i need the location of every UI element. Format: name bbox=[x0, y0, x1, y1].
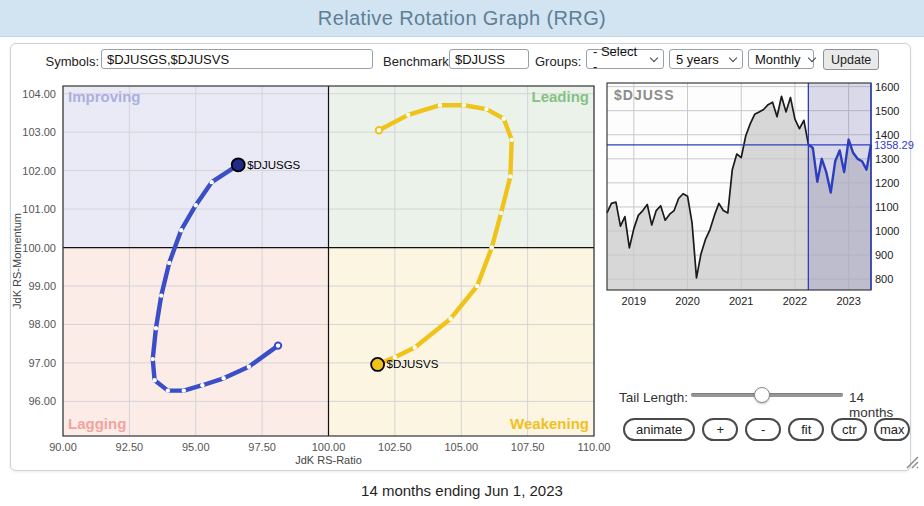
y-tick-label: 97.00 bbox=[28, 357, 56, 369]
x-axis-title: JdK RS-Ratio bbox=[295, 454, 362, 466]
update-button[interactable]: Update bbox=[823, 49, 879, 70]
app-header: Relative Rotation Graph (RRG) bbox=[0, 0, 924, 37]
x-tick-label: 107.50 bbox=[511, 441, 545, 453]
x-tick-label: 95.00 bbox=[182, 441, 210, 453]
price-y-tick-label: 1300 bbox=[875, 153, 899, 165]
x-tick-label: 110.00 bbox=[578, 441, 611, 453]
benchmark-chart-title: $DJUSS bbox=[614, 87, 674, 103]
tail-point bbox=[490, 245, 494, 249]
symbols-input[interactable] bbox=[101, 49, 373, 69]
tail-point bbox=[508, 174, 512, 178]
ctr-button[interactable]: ctr bbox=[831, 418, 867, 441]
price-year-label: 2022 bbox=[783, 295, 807, 307]
quadrant-label-improving: Improving bbox=[68, 88, 141, 105]
head-marker-djusgs[interactable] bbox=[232, 158, 245, 171]
x-tick-label: 90.00 bbox=[49, 441, 77, 453]
tail-point bbox=[221, 376, 225, 380]
animate-button[interactable]: animate bbox=[623, 418, 695, 441]
frequency-select[interactable]: Monthly bbox=[748, 49, 814, 69]
price-y-tick-label: 1500 bbox=[875, 105, 899, 117]
y-axis-title: JdK RS-Momentum bbox=[11, 213, 23, 309]
range-select[interactable]: 5 years bbox=[669, 49, 743, 69]
footer-caption: 14 months ending Jun 1, 2023 bbox=[0, 482, 924, 499]
tail-symbol-label: $DJUSVS bbox=[387, 358, 439, 370]
zoom-in-button[interactable]: + bbox=[702, 418, 738, 441]
quadrant-label-lagging: Lagging bbox=[68, 415, 126, 432]
price-y-tick-label: 1600 bbox=[875, 81, 899, 93]
tail-point bbox=[413, 345, 417, 349]
head-marker-djusvs[interactable] bbox=[371, 358, 384, 371]
benchmark-chart: 8009001000110012001300140015001600201920… bbox=[601, 79, 913, 309]
quadrant-label-weakening: Weakening bbox=[510, 415, 589, 432]
tail-point bbox=[406, 113, 410, 117]
x-tick-label: 92.50 bbox=[116, 441, 144, 453]
tail-point bbox=[475, 284, 479, 288]
tail-point bbox=[499, 211, 503, 215]
y-tick-label: 101.00 bbox=[22, 203, 56, 215]
groups-select-value: - Select - bbox=[593, 44, 643, 74]
x-tick-label: 102.50 bbox=[378, 441, 412, 453]
rrg-chart[interactable]: 90.0092.5095.0097.50100.00102.50105.0010… bbox=[11, 79, 615, 469]
benchmark-chart-area: 8009001000110012001300140015001600201920… bbox=[601, 79, 913, 309]
tail-point bbox=[200, 383, 204, 387]
chevron-down-icon bbox=[807, 53, 815, 61]
quadrant-label-leading: Leading bbox=[531, 88, 589, 105]
tail-point bbox=[194, 203, 198, 207]
x-tick-label: 105.00 bbox=[444, 441, 478, 453]
price-year-label: 2019 bbox=[622, 295, 646, 307]
price-year-label: 2020 bbox=[675, 295, 699, 307]
y-tick-label: 103.00 bbox=[22, 126, 56, 138]
chart-controls: animate + - fit ctr max bbox=[623, 418, 910, 441]
y-tick-label: 100.00 bbox=[22, 242, 56, 254]
rrg-panel: Symbols: Benchmark: Groups: - Select - 5… bbox=[10, 43, 911, 471]
price-y-tick-label: 800 bbox=[875, 273, 893, 285]
slider-handle[interactable] bbox=[754, 387, 770, 403]
tail-point bbox=[151, 357, 155, 361]
tail-length-slider[interactable] bbox=[691, 384, 843, 404]
price-y-tick-label: 1200 bbox=[875, 177, 899, 189]
tail-period-highlight bbox=[808, 83, 871, 290]
tail-point bbox=[154, 326, 158, 330]
price-y-tick-label: 1100 bbox=[875, 201, 899, 213]
groups-label: Groups: bbox=[535, 54, 581, 69]
symbols-label: Symbols: bbox=[29, 54, 99, 69]
tail-point bbox=[438, 103, 442, 107]
benchmark-label: Benchmark: bbox=[383, 54, 452, 69]
tail-length-value: 14 months bbox=[849, 390, 910, 420]
chevron-down-icon bbox=[650, 53, 658, 61]
resize-grip-icon[interactable] bbox=[903, 453, 919, 469]
x-tick-label: 100.00 bbox=[312, 441, 346, 453]
tail-point bbox=[509, 138, 513, 142]
last-value-label: 1358.29 bbox=[874, 139, 914, 151]
page-title: Relative Rotation Graph (RRG) bbox=[318, 7, 606, 30]
tail-point bbox=[159, 293, 163, 297]
tail-point bbox=[152, 378, 156, 382]
tail-point bbox=[166, 388, 170, 392]
zoom-out-button[interactable]: - bbox=[745, 418, 781, 441]
tail-start-marker bbox=[275, 342, 281, 348]
chevron-down-icon bbox=[729, 53, 737, 61]
y-tick-label: 104.00 bbox=[22, 88, 56, 100]
price-y-tick-label: 900 bbox=[875, 249, 893, 261]
fit-button[interactable]: fit bbox=[788, 418, 824, 441]
groups-select[interactable]: - Select - bbox=[586, 49, 664, 69]
tail-point bbox=[448, 316, 452, 320]
y-tick-label: 98.00 bbox=[28, 318, 56, 330]
tail-point bbox=[182, 388, 186, 392]
price-year-label: 2023 bbox=[836, 295, 860, 307]
tail-start-marker bbox=[376, 127, 382, 133]
benchmark-input[interactable] bbox=[449, 49, 529, 69]
y-tick-label: 99.00 bbox=[28, 280, 56, 292]
y-tick-label: 102.00 bbox=[22, 165, 56, 177]
tail-point bbox=[462, 103, 466, 107]
tail-point bbox=[179, 228, 183, 232]
tail-point bbox=[502, 116, 506, 120]
tail-point bbox=[209, 180, 213, 184]
price-year-label: 2021 bbox=[729, 295, 753, 307]
max-button[interactable]: max bbox=[874, 418, 910, 441]
tail-symbol-label: $DJUSGS bbox=[247, 159, 300, 171]
frequency-select-value: Monthly bbox=[755, 52, 801, 67]
tail-point bbox=[167, 261, 171, 265]
tail-point bbox=[484, 107, 488, 111]
y-tick-label: 96.00 bbox=[28, 395, 56, 407]
